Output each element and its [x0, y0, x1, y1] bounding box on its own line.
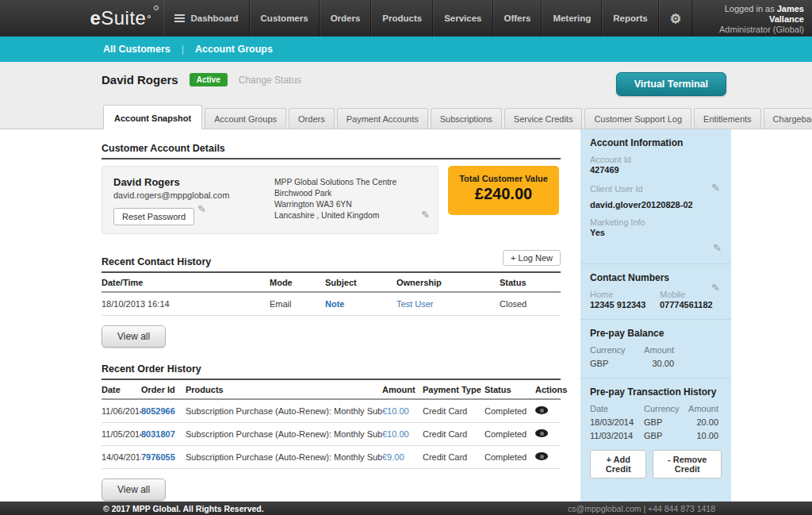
- virtual-terminal-button[interactable]: Virtual Terminal: [616, 72, 726, 96]
- view-order-eye-icon[interactable]: [535, 429, 548, 437]
- cell-amount: €9.00: [382, 452, 404, 462]
- tab-payment-accounts[interactable]: Payment Accounts: [337, 108, 428, 129]
- change-status-link[interactable]: Change Status: [239, 75, 301, 86]
- total-value-amount: £240.00: [448, 185, 559, 203]
- col-header: Mode: [270, 273, 325, 292]
- tab-chargebacks[interactable]: Chargebacks: [764, 108, 812, 129]
- cell-datetime: 18/10/2013 16:14: [102, 292, 270, 316]
- home-label: Home: [590, 290, 660, 299]
- edit-contact-numbers-pencil-icon[interactable]: ✎: [711, 282, 720, 294]
- section-title: Recent Contact History: [102, 256, 211, 267]
- account-id-label: Account Id: [590, 155, 722, 164]
- cell-mode: Email: [270, 292, 325, 316]
- user-block: Logged in as James Vallance Administrato…: [692, 0, 812, 37]
- subnav-account-groups[interactable]: Account Groups: [195, 44, 273, 55]
- nav-label: Orders: [331, 13, 361, 23]
- nav-label: Reports: [613, 13, 647, 23]
- cell-payment-type: Credit Card: [423, 399, 485, 423]
- nav-item-customers[interactable]: Customers: [250, 0, 320, 37]
- account-id-value: 427469: [590, 165, 722, 175]
- cell-amount: €10.00: [382, 406, 409, 416]
- hamburger-icon: [174, 13, 185, 24]
- nav-item-dashboard[interactable]: Dashboard: [163, 0, 249, 37]
- col-header: Payment Type: [423, 380, 485, 399]
- col-header: Status: [485, 380, 535, 399]
- main-menu: Dashboard Customers Orders Products Serv…: [163, 0, 692, 37]
- view-order-eye-icon[interactable]: [535, 406, 548, 414]
- subnav-divider: |: [182, 44, 184, 55]
- order-history-table: Date Order Id Products Amount Payment Ty…: [102, 380, 561, 469]
- nav-item-offers[interactable]: Offers: [493, 0, 542, 37]
- customer-account-details-section: Customer Account Details David Rogers da…: [102, 143, 561, 234]
- copyright-text: © 2017 MPP Global. All Rights Reserved.: [103, 504, 264, 513]
- account-sidebar: Account Information Account Id 427469 Cl…: [580, 129, 731, 502]
- prepay-balance-header: Currency Amount: [590, 345, 722, 355]
- customer-address: MPP Global Solutions The Centre Birchwoo…: [274, 177, 437, 221]
- nav-item-services[interactable]: Services: [433, 0, 492, 37]
- order-id-link[interactable]: 8052966: [141, 406, 175, 416]
- client-user-id-label: Client User Id: [590, 184, 722, 194]
- home-number: 12345 912343: [590, 300, 660, 309]
- main-content: Customer Account Details David Rogers da…: [102, 129, 561, 515]
- user-role: Administrator (Global): [692, 25, 804, 35]
- logged-in-as: Logged in as James Vallance: [692, 4, 804, 25]
- tab-orders[interactable]: Orders: [289, 108, 335, 129]
- nav-label: Customers: [261, 13, 308, 23]
- sidebar-section-title: Pre-pay Balance: [590, 328, 722, 339]
- logo-bubbles-icon: [147, 6, 159, 18]
- subnav-all-customers[interactable]: All Customers: [103, 44, 170, 55]
- footer-bar: © 2017 MPP Global. All Rights Reserved. …: [0, 502, 812, 515]
- order-id-link[interactable]: 8031807: [141, 429, 175, 439]
- edit-address-pencil-icon[interactable]: ✎: [421, 209, 430, 221]
- contact-history-table: Date/Time Mode Subject Ownership Status …: [102, 273, 561, 316]
- nav-item-products[interactable]: Products: [371, 0, 433, 37]
- tab-subscriptions[interactable]: Subscriptions: [431, 108, 502, 129]
- section-title: Customer Account Details: [102, 143, 561, 154]
- cell-products: Subscription Purchase (Auto-Renew): Mont…: [186, 446, 382, 469]
- add-credit-button[interactable]: + Add Credit: [590, 450, 646, 478]
- cell-date: 14/04/2014: [102, 446, 141, 469]
- col-header: Date/Time: [102, 273, 270, 292]
- reset-password-button[interactable]: Reset Password: [113, 208, 194, 225]
- recent-contact-history-section: Recent Contact History + Log New Date/Ti…: [102, 250, 561, 348]
- mobile-label: Mobile: [660, 290, 713, 299]
- nav-label: Services: [444, 13, 481, 23]
- col-header: Products: [186, 380, 382, 399]
- view-all-orders-button[interactable]: View all: [102, 478, 166, 501]
- col-header: Subject: [325, 273, 396, 292]
- settings-menu-item[interactable]: ⚙: [659, 0, 692, 37]
- edit-email-pencil-icon[interactable]: ✎: [197, 203, 206, 215]
- remove-credit-button[interactable]: - Remove Credit: [653, 450, 722, 478]
- cell-status: Completed: [485, 423, 535, 446]
- sidebar-section-title: Pre-pay Transaction History: [590, 386, 722, 398]
- view-all-contacts-button[interactable]: View all: [102, 325, 166, 348]
- order-id-link[interactable]: 7976055: [141, 452, 175, 462]
- tab-account-groups[interactable]: Account Groups: [205, 108, 286, 129]
- prepay-balance-row: GBP 30.00: [590, 359, 722, 368]
- page: eSuite Dashboard Customers Orders Produc…: [0, 0, 812, 515]
- edit-marketing-info-pencil-icon[interactable]: ✎: [713, 242, 722, 254]
- tab-customer-support-log[interactable]: Customer Support Log: [584, 108, 691, 129]
- sub-navbar: All Customers | Account Groups: [0, 37, 812, 62]
- nav-label: Products: [382, 13, 422, 23]
- tab-account-snapshot[interactable]: Account Snapshot: [103, 105, 202, 129]
- nav-item-reports[interactable]: Reports: [602, 0, 658, 37]
- edit-client-user-id-pencil-icon[interactable]: ✎: [711, 182, 720, 194]
- view-order-eye-icon[interactable]: [535, 452, 548, 460]
- sidebar-section-title: Contact Numbers: [590, 272, 722, 283]
- esuite-logo[interactable]: eSuite: [0, 0, 163, 37]
- nav-item-metering[interactable]: Metering: [542, 0, 602, 37]
- total-customer-value-box: Total Customer Value £240.00: [448, 166, 559, 215]
- table-row: 18/10/2013 16:14 Email Note Test User Cl…: [102, 292, 561, 316]
- prepay-balance-section: Pre-pay Balance Currency Amount GBP 30.0…: [580, 320, 731, 379]
- cell-date: 11/06/2014: [102, 399, 141, 423]
- nav-item-orders[interactable]: Orders: [320, 0, 372, 37]
- table-row: 11/05/2014 8031807 Subscription Purchase…: [102, 423, 561, 446]
- log-new-button[interactable]: + Log New: [503, 250, 561, 266]
- tab-service-credits[interactable]: Service Credits: [504, 108, 583, 129]
- tab-entitlements[interactable]: Entitlements: [694, 108, 761, 129]
- col-header: Order Id: [141, 380, 186, 399]
- contact-ownership-link[interactable]: Test User: [396, 299, 433, 309]
- tab-strip: Account Snapshot Account Groups Orders P…: [103, 105, 812, 129]
- contact-subject-link[interactable]: Note: [325, 299, 344, 309]
